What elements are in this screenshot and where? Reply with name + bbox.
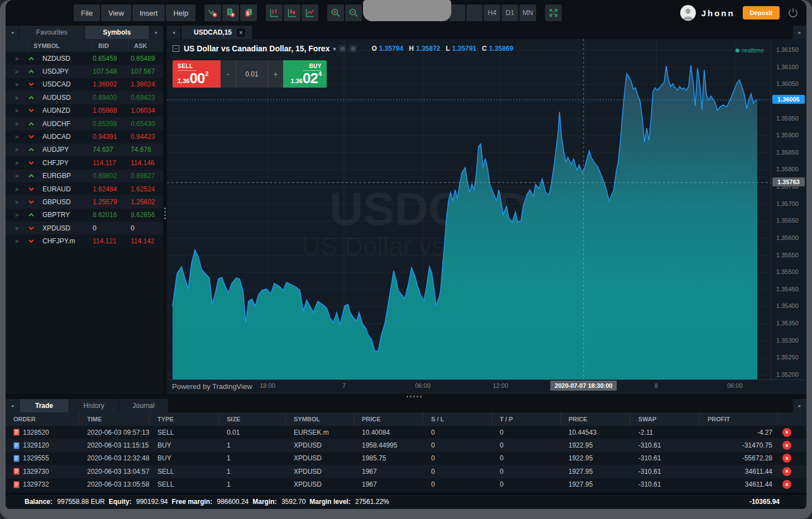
- menu-view[interactable]: View: [101, 4, 131, 21]
- watchlist-row-gbptry[interactable]: >GBPTRY8.620168.62656: [6, 209, 163, 222]
- watchlist-row-usdjpy[interactable]: >USDJPY107.548107.567: [6, 65, 163, 78]
- close-order-button[interactable]: ×: [782, 454, 791, 463]
- column-sl-6[interactable]: S / L: [423, 412, 492, 426]
- column-price-5[interactable]: PRICE: [354, 412, 423, 426]
- horizontal-splitter[interactable]: [6, 394, 806, 399]
- chart-tab-close-icon[interactable]: ×: [237, 28, 245, 37]
- watchlist-row-audusd[interactable]: >AUDUSD0.694000.69423: [6, 91, 163, 104]
- close-order-button[interactable]: ×: [782, 480, 791, 489]
- watchlist-scroll-left[interactable]: ◂: [6, 26, 19, 39]
- menu-file[interactable]: File: [74, 4, 100, 21]
- watchlist-row-euraud[interactable]: >EURAUD1.624841.62524: [6, 182, 163, 195]
- timeframe-d1[interactable]: D1: [501, 4, 518, 21]
- watchlist-row-audnzd[interactable]: >AUDNZD1.059881.06034: [6, 104, 163, 117]
- watchlist-row-gbpusd[interactable]: >GBPUSD1.255791.25602: [6, 195, 163, 208]
- time-axis[interactable]: Powered by TradingView 18:00706:0012:008…: [167, 379, 806, 392]
- watchlist-row-xpdusd[interactable]: >XPDUSD00: [6, 222, 163, 234]
- menu-insert[interactable]: Insert: [132, 4, 165, 21]
- price-chart-canvas[interactable]: [167, 39, 771, 379]
- sell-button[interactable]: SELL 1.36 00 2: [173, 60, 221, 88]
- snapshot-icon[interactable]: ◎: [338, 45, 346, 52]
- order-row-1328520[interactable]: 13285202020-06-03 09:57:13SELL0.01EURSEK…: [6, 426, 806, 439]
- volume-decrease-button[interactable]: -: [221, 60, 236, 88]
- order-row-1329730[interactable]: 13297302020-06-03 13:04:57SELL1XPDUSD196…: [6, 465, 806, 478]
- timeframe-button-hidden[interactable]: [449, 4, 465, 21]
- expand-icon[interactable]: >: [6, 172, 28, 179]
- expand-icon[interactable]: >: [6, 238, 28, 244]
- candles-chart-button[interactable]: [284, 4, 300, 21]
- column-bid[interactable]: BID: [93, 39, 128, 52]
- expand-icon[interactable]: >: [6, 199, 28, 205]
- expand-icon[interactable]: >: [6, 186, 28, 193]
- deposit-button[interactable]: Deposit: [743, 6, 780, 20]
- vertical-splitter[interactable]: [163, 26, 167, 394]
- watchlist-row-usdcad[interactable]: >USDCAD1.360021.36024: [6, 78, 163, 91]
- bars-chart-button[interactable]: [266, 4, 283, 21]
- new-order-button[interactable]: [222, 4, 239, 21]
- zoom-out-button[interactable]: [345, 4, 362, 21]
- timeframe-mn[interactable]: MN: [519, 4, 536, 21]
- watchlist-row-eurgbp[interactable]: >EURGBP0.898020.89827: [6, 170, 163, 182]
- price-axis[interactable]: 1.361501.361001.360501.360001.359501.359…: [771, 39, 806, 379]
- timeframe-button-hidden[interactable]: [466, 4, 483, 21]
- column-order-0[interactable]: ORDER: [6, 412, 79, 426]
- chart-tabs-scroll-left[interactable]: ◂: [167, 26, 180, 39]
- orders-tabs-scroll-left[interactable]: ◂: [6, 399, 19, 412]
- watchlist-row-audchf[interactable]: >AUDCHF0.653980.65430: [6, 117, 163, 130]
- menu-help[interactable]: Help: [166, 4, 195, 21]
- expand-icon[interactable]: >: [6, 55, 28, 62]
- chart-settings-icon[interactable]: ◎: [349, 45, 357, 52]
- orders-tab-journal[interactable]: Journal: [119, 399, 168, 412]
- buy-button[interactable]: BUY 1.36 02 4: [283, 60, 327, 88]
- column-ask[interactable]: ASK: [128, 39, 163, 52]
- collapse-panel-icon[interactable]: –: [173, 45, 179, 52]
- column-type-2[interactable]: TYPE: [150, 412, 219, 426]
- expand-icon[interactable]: >: [6, 225, 28, 232]
- expand-icon[interactable]: >: [6, 146, 28, 153]
- column-swap-9[interactable]: SWAP: [631, 412, 700, 426]
- watchlist-tab-symbols[interactable]: Symbols: [85, 26, 150, 39]
- user-avatar[interactable]: [680, 5, 696, 21]
- expand-icon[interactable]: >: [6, 107, 28, 114]
- watchlist-scroll-right[interactable]: ▸: [150, 26, 163, 39]
- timeframe-h4[interactable]: H4: [484, 4, 500, 21]
- watchlist-row-chfjpy.m[interactable]: >CHFJPY.m114.121114.142: [6, 234, 163, 247]
- watchlist-tab-favourites[interactable]: Favourites: [20, 26, 84, 39]
- close-order-button[interactable]: ×: [782, 467, 791, 476]
- close-order-button[interactable]: ×: [782, 428, 791, 437]
- chevron-down-icon[interactable]: ▾: [333, 46, 336, 52]
- orders-tabs-scroll-right[interactable]: ▸: [793, 399, 806, 412]
- fullscreen-button[interactable]: [545, 4, 562, 21]
- order-row-1329555[interactable]: 13295552020-06-03 12:32:48BUY1XPDUSD1985…: [6, 452, 806, 465]
- expand-icon[interactable]: >: [6, 133, 28, 140]
- expand-icon[interactable]: >: [6, 94, 28, 101]
- power-icon[interactable]: [787, 7, 799, 18]
- line-chart-button[interactable]: [302, 4, 318, 21]
- column-profit-10[interactable]: PROFIT: [700, 412, 778, 426]
- watchlist-row-nzdusd[interactable]: >NZDUSD0.654590.65489: [6, 52, 163, 65]
- column-tp-7[interactable]: T / P: [492, 412, 561, 426]
- column-size-3[interactable]: SIZE: [219, 412, 286, 426]
- watchlist-row-audcad[interactable]: >AUDCAD0.943910.94423: [6, 130, 163, 143]
- deposit-funds-button[interactable]: $: [240, 4, 257, 21]
- volume-value[interactable]: 0.01: [236, 60, 268, 88]
- expand-icon[interactable]: >: [6, 68, 28, 75]
- volume-increase-button[interactable]: +: [268, 60, 283, 88]
- chart-area[interactable]: USDCAD, 15 US Dollar vs Canadian Dollar: [167, 39, 806, 394]
- order-row-1329120[interactable]: 13291202020-06-03 11:15:15BUY1XPDUSD1958…: [6, 439, 806, 451]
- watchlist-row-audjpy[interactable]: >AUDJPY74.63774.676: [6, 143, 163, 156]
- expand-icon[interactable]: >: [6, 81, 28, 88]
- expand-icon[interactable]: >: [6, 160, 28, 166]
- new-chart-button[interactable]: [204, 4, 221, 21]
- column-symbol-4[interactable]: SYMBOL: [286, 412, 354, 426]
- orders-tab-history[interactable]: History: [69, 399, 118, 412]
- expand-icon[interactable]: >: [6, 212, 28, 218]
- column-price-8[interactable]: PRICE: [561, 412, 631, 426]
- zoom-in-button[interactable]: [327, 4, 344, 21]
- expand-icon[interactable]: >: [6, 121, 28, 127]
- chart-tabs-scroll-right[interactable]: ▸: [793, 26, 806, 39]
- close-order-button[interactable]: ×: [782, 441, 791, 450]
- orders-tab-trade[interactable]: Trade: [20, 399, 69, 412]
- watchlist-row-chfjpy[interactable]: >CHFJPY114.117114.146: [6, 156, 163, 169]
- column-time-1[interactable]: TIME: [79, 412, 150, 426]
